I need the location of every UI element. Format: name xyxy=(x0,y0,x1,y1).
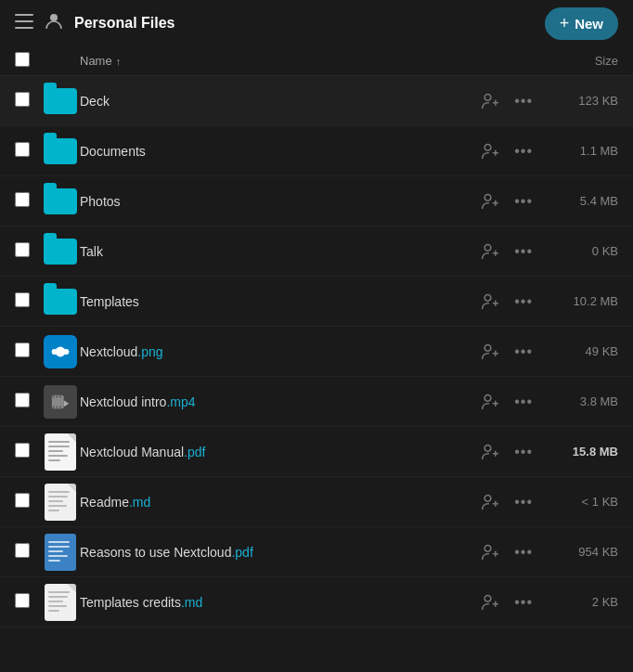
three-dots-icon: ••• xyxy=(514,243,533,260)
file-ext: .md xyxy=(181,595,202,610)
more-button-photos[interactable]: ••• xyxy=(510,189,536,213)
checkbox-documents[interactable] xyxy=(15,142,30,157)
row-icon-talk xyxy=(41,239,80,265)
share-button-talk[interactable] xyxy=(477,239,503,265)
folder-icon xyxy=(44,138,77,164)
svg-point-7 xyxy=(484,144,491,150)
row-size-deck: 123 KB xyxy=(544,94,618,108)
row-checkbox-deck[interactable] xyxy=(15,92,41,110)
md-icon xyxy=(45,484,76,521)
more-button-reasons[interactable]: ••• xyxy=(510,540,536,564)
file-row-talk[interactable]: Talk ••• 0 KB xyxy=(0,226,633,277)
file-row-templates[interactable]: Templates ••• 10.2 MB xyxy=(0,277,633,327)
row-checkbox-reasons[interactable] xyxy=(15,543,41,561)
row-size-templates: 10.2 MB xyxy=(544,294,618,308)
row-size-nextcloud-png: 49 KB xyxy=(544,344,618,358)
user-icon xyxy=(45,12,63,35)
svg-rect-30 xyxy=(56,406,58,407)
row-icon-nextcloud-png xyxy=(41,335,80,368)
doc-icon xyxy=(45,433,76,471)
file-name: Deck xyxy=(80,94,110,109)
more-button-talk[interactable]: ••• xyxy=(510,239,536,264)
file-row-nextcloud-intro[interactable]: Nextcloud intro.mp4 ••• 3.8 MB xyxy=(0,377,633,427)
checkbox-nextcloud-manual[interactable] xyxy=(15,443,30,458)
row-name-templates: Templates xyxy=(80,294,477,309)
file-ext: .png xyxy=(137,344,162,359)
more-button-templates[interactable]: ••• xyxy=(510,290,536,314)
file-row-nextcloud-png[interactable]: Nextcloud.png ••• 49 KB xyxy=(0,327,633,377)
row-checkbox-readme[interactable] xyxy=(15,493,41,510)
share-button-reasons[interactable] xyxy=(477,539,503,565)
checkbox-nextcloud-intro[interactable] xyxy=(15,393,30,407)
name-column-header[interactable]: Name ↑ xyxy=(80,54,544,68)
share-button-nextcloud-manual[interactable] xyxy=(477,439,503,465)
row-checkbox-nextcloud-intro[interactable] xyxy=(15,393,41,410)
svg-point-10 xyxy=(484,194,491,200)
file-ext: .mp4 xyxy=(166,394,195,409)
video-icon xyxy=(44,385,77,419)
row-name-readme: Readme.md xyxy=(80,495,477,510)
row-actions-nextcloud-png: ••• xyxy=(477,339,536,365)
file-row-photos[interactable]: Photos ••• 5.4 MB xyxy=(0,176,633,226)
file-name: Nextcloud xyxy=(80,344,137,359)
checkbox-reasons[interactable] xyxy=(15,543,30,558)
md-icon xyxy=(45,584,76,621)
svg-rect-27 xyxy=(56,395,58,397)
row-checkbox-talk[interactable] xyxy=(15,242,41,260)
more-button-nextcloud-intro[interactable]: ••• xyxy=(510,390,536,414)
checkbox-photos[interactable] xyxy=(15,192,30,207)
checkbox-templates[interactable] xyxy=(15,292,30,307)
share-button-templates[interactable] xyxy=(477,289,503,315)
row-checkbox-photos[interactable] xyxy=(15,192,41,210)
share-button-nextcloud-intro[interactable] xyxy=(477,389,503,415)
svg-point-22 xyxy=(484,344,491,351)
checkbox-deck[interactable] xyxy=(15,92,30,107)
checkbox-templates-credits[interactable] xyxy=(15,593,30,608)
svg-rect-26 xyxy=(53,395,55,397)
more-button-documents[interactable]: ••• xyxy=(510,139,536,163)
row-name-photos: Photos xyxy=(80,194,477,209)
row-checkbox-nextcloud-manual[interactable] xyxy=(15,443,41,460)
file-row-readme[interactable]: Readme.md ••• < 1 KB xyxy=(0,477,633,527)
header-checkbox-col xyxy=(15,52,41,70)
share-button-photos[interactable] xyxy=(477,188,503,214)
more-button-nextcloud-manual[interactable]: ••• xyxy=(510,440,536,464)
file-ext: .pdf xyxy=(184,445,205,459)
share-button-templates-credits[interactable] xyxy=(477,589,503,615)
more-button-deck[interactable]: ••• xyxy=(510,89,536,113)
row-checkbox-nextcloud-png[interactable] xyxy=(15,342,41,360)
row-name-deck: Deck xyxy=(80,94,477,109)
more-button-readme[interactable]: ••• xyxy=(510,490,536,514)
file-row-templates-credits[interactable]: Templates credits.md ••• 2 KB xyxy=(0,577,633,627)
sort-arrow-icon: ↑ xyxy=(116,56,122,67)
svg-point-39 xyxy=(484,495,491,501)
checkbox-talk[interactable] xyxy=(15,242,30,257)
svg-rect-29 xyxy=(53,406,55,407)
file-name: Photos xyxy=(80,194,121,209)
more-button-templates-credits[interactable]: ••• xyxy=(510,590,536,614)
row-actions-nextcloud-manual: ••• xyxy=(477,439,536,465)
new-button[interactable]: + New xyxy=(545,7,618,40)
share-button-documents[interactable] xyxy=(477,138,503,164)
row-icon-nextcloud-manual xyxy=(41,433,80,471)
file-row-documents[interactable]: Documents ••• 1.1 MB xyxy=(0,126,633,176)
share-button-deck[interactable] xyxy=(477,88,503,114)
row-icon-templates xyxy=(41,289,80,315)
svg-point-21 xyxy=(63,348,69,354)
checkbox-readme[interactable] xyxy=(15,493,30,508)
file-row-reasons[interactable]: Reasons to use Nextcloud.pdf ••• 954 KB xyxy=(0,527,633,577)
share-button-readme[interactable] xyxy=(477,489,503,515)
hamburger-icon[interactable] xyxy=(15,14,33,33)
svg-point-45 xyxy=(484,595,491,601)
more-button-nextcloud-png[interactable]: ••• xyxy=(510,340,536,364)
select-all-checkbox[interactable] xyxy=(15,52,30,67)
new-button-label: New xyxy=(575,16,603,32)
checkbox-nextcloud-png[interactable] xyxy=(15,342,30,357)
row-checkbox-templates-credits[interactable] xyxy=(15,593,41,611)
row-size-photos: 5.4 MB xyxy=(544,194,618,208)
file-row-deck[interactable]: Deck ••• 123 KB xyxy=(0,76,633,126)
row-checkbox-templates[interactable] xyxy=(15,292,41,310)
file-row-nextcloud-manual[interactable]: Nextcloud Manual.pdf ••• 15.8 MB xyxy=(0,427,633,477)
row-checkbox-documents[interactable] xyxy=(15,142,41,160)
share-button-nextcloud-png[interactable] xyxy=(477,339,503,365)
